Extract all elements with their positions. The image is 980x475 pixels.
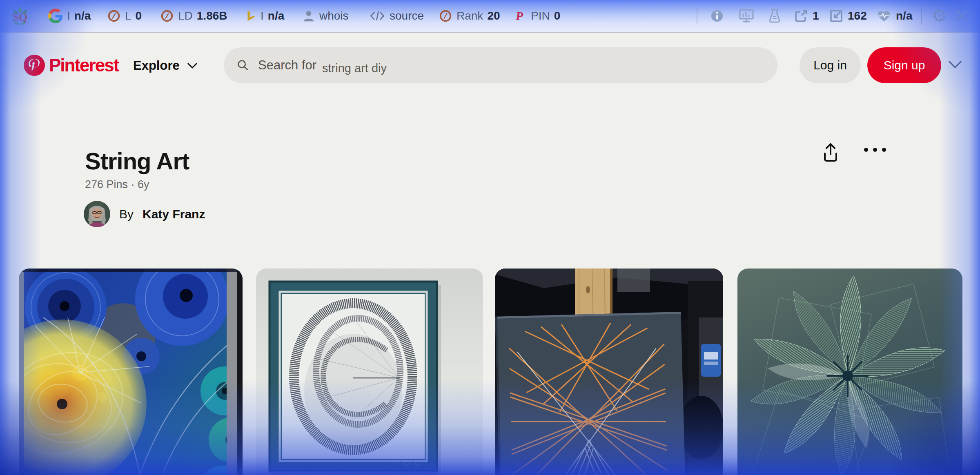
metric-value: 1.86B: [197, 9, 227, 22]
login-button[interactable]: Log in: [800, 47, 861, 83]
gear-icon: ⚙: [932, 0, 947, 32]
flask-icon: [768, 8, 782, 24]
seoquake-logo[interactable]: SQ: [10, 0, 30, 32]
signup-button[interactable]: Sign up: [867, 47, 941, 83]
metric-rank[interactable]: Rank 20: [439, 0, 500, 32]
tool-internal-links[interactable]: [768, 0, 782, 32]
share-icon: [819, 141, 842, 164]
user-icon: [302, 9, 315, 22]
metric-value: 0: [136, 9, 142, 22]
toolbar-divider: [697, 8, 697, 24]
board-owner[interactable]: By Katy Franz: [84, 201, 205, 227]
byline-prefix: By: [119, 207, 134, 221]
string-art-peacock-image: [19, 269, 243, 475]
metric-label: source: [390, 9, 424, 22]
metric-label: whois: [319, 9, 349, 22]
pin-image[interactable]: [737, 269, 962, 475]
toolbar-settings[interactable]: ⚙: [932, 0, 947, 32]
tool-value: 1: [813, 9, 819, 22]
ring-icon: [107, 9, 121, 23]
dot-icon: [882, 148, 886, 152]
info-icon: [710, 9, 724, 23]
pinterest-logo[interactable]: Pinterest: [24, 55, 118, 76]
chevron-down-icon: [947, 60, 963, 69]
external-link-icon: [794, 9, 808, 23]
tool-value: n/a: [896, 9, 912, 22]
heart-pulse-icon: [876, 9, 892, 23]
owner-name: Katy Franz: [143, 207, 205, 221]
search-input[interactable]: Search for string art diy: [224, 47, 777, 83]
metric-value: n/a: [268, 9, 284, 22]
string-art-spiral-frame-image: [256, 269, 483, 475]
string-art-orange-board-image: [495, 269, 723, 475]
board-meta: 276 Pins · 6y: [85, 178, 149, 191]
ring-icon: [439, 9, 452, 23]
toolbar-close[interactable]: [955, 0, 969, 32]
metric-source[interactable]: source: [369, 0, 424, 32]
metric-label: I: [261, 9, 264, 22]
google-icon: [48, 9, 63, 23]
tool-diagnosis[interactable]: [738, 0, 755, 32]
edit-icon: [829, 9, 844, 23]
tool-health[interactable]: n/a: [876, 0, 912, 32]
sq-logo-icon: SQ: [10, 6, 30, 26]
ring-icon: [160, 9, 174, 23]
metric-label: L: [125, 9, 131, 22]
seoquake-toolbar: SQ I n/a L 0: [0, 0, 980, 33]
metric-label: I: [67, 9, 70, 22]
tool-info[interactable]: [710, 0, 724, 32]
metric-label: PIN: [531, 9, 550, 22]
monitor-chart-icon: [738, 8, 755, 24]
tool-value: 162: [848, 9, 867, 22]
metric-google-index[interactable]: I n/a: [48, 0, 91, 32]
metric-whois[interactable]: whois: [302, 0, 349, 32]
more-options-button[interactable]: [864, 148, 886, 152]
pinterest-icon: P: [514, 9, 527, 23]
close-icon: [955, 9, 969, 23]
toolbar-divider: [921, 8, 922, 24]
string-art-pinwheel-image: [737, 269, 962, 475]
pin-image[interactable]: [495, 269, 723, 475]
metric-bing-index[interactable]: I n/a: [244, 0, 284, 32]
metric-link-domains[interactable]: LD 1.86B: [160, 0, 227, 32]
dot-icon: [873, 148, 877, 152]
svg-text:P: P: [515, 9, 523, 22]
chevron-down-icon: [187, 62, 198, 69]
search-placeholder: Search for: [258, 58, 316, 73]
svg-text:SQ: SQ: [13, 11, 27, 23]
tool-external-links[interactable]: 1: [794, 0, 819, 32]
bing-icon: [244, 9, 256, 22]
search-icon: [236, 58, 250, 72]
search-placeholder-query: string art diy: [322, 62, 387, 75]
pin-image[interactable]: [19, 269, 243, 475]
dot-icon: [864, 148, 868, 152]
header-collapse-chevron[interactable]: [947, 60, 963, 71]
pinterest-badge-icon: [24, 55, 45, 76]
metric-label: Rank: [457, 9, 483, 22]
metric-value: 20: [487, 9, 500, 22]
code-icon: [369, 10, 385, 22]
share-button[interactable]: [819, 141, 842, 164]
metric-label: LD: [178, 9, 193, 22]
tool-page-links[interactable]: 162: [829, 0, 867, 32]
metric-links[interactable]: L 0: [107, 0, 142, 32]
pinterest-wordmark: Pinterest: [49, 55, 118, 75]
metric-pinterest[interactable]: P PIN 0: [514, 0, 560, 32]
explore-menu[interactable]: Explore: [133, 56, 198, 75]
metric-value: n/a: [74, 9, 91, 22]
metric-value: 0: [554, 9, 561, 22]
pin-image[interactable]: [256, 269, 483, 475]
explore-label: Explore: [133, 58, 180, 73]
board-title: String Art: [85, 147, 189, 175]
page: SQ I n/a L 0: [0, 0, 980, 475]
avatar: [84, 201, 110, 227]
